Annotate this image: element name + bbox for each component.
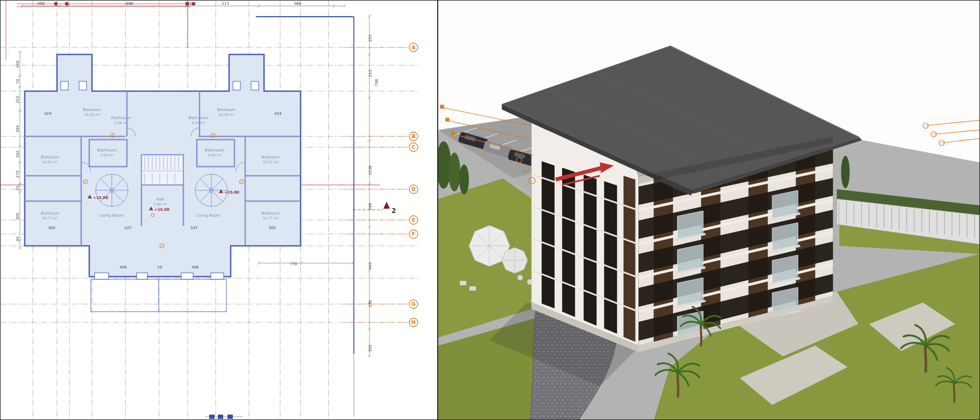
dimension-label: 203 <box>368 35 372 42</box>
dimension-label: 368 <box>294 2 301 6</box>
spiral-stair-left[interactable] <box>96 174 128 206</box>
grid-bubble-letter: F <box>412 231 415 237</box>
room-name: Bedroom <box>83 107 101 112</box>
grid-bubble-letter: D <box>411 187 415 192</box>
dimension-label: 55 <box>188 2 192 6</box>
room-area: 19.20 m² <box>218 113 234 117</box>
dimension-label: 305 <box>16 212 20 219</box>
dimension-label: 400 <box>191 265 198 270</box>
room-name: Bathroom <box>189 115 209 120</box>
elevation-value: +15.00 <box>154 208 169 212</box>
dimension-label: 424 <box>44 112 52 116</box>
room-area: 10.52 m² <box>263 160 279 164</box>
bottom-edge-markers <box>209 415 233 419</box>
room-name: Bedroom <box>261 155 280 160</box>
grid-bubble-G[interactable]: G <box>343 300 418 308</box>
dimension-label: 305 <box>268 226 275 230</box>
dimension-label: 232 <box>368 300 372 307</box>
dimension-label: 446 <box>16 60 20 67</box>
room-name: Bedroom <box>41 155 59 160</box>
room-name: Bedroom <box>217 107 236 112</box>
room-area: 7.48 m² <box>154 202 168 206</box>
dimension-label: 213 <box>222 2 229 6</box>
dimension-label: 305 <box>48 226 55 230</box>
dimension-label: 270 <box>16 170 20 177</box>
dimension-label: 527 <box>125 226 132 230</box>
grid-bubble-C[interactable]: C <box>343 143 418 152</box>
dimension-label: 796 <box>375 79 379 86</box>
grid-bubble-F[interactable]: F <box>343 230 418 238</box>
grid-bubble-E[interactable]: E <box>343 216 418 224</box>
dimension-label: 444 <box>368 262 372 270</box>
room-label[interactable]: Bedroom19.20 m² <box>217 107 236 117</box>
dimension-label: 213 <box>368 70 372 77</box>
dimension-label: 340 <box>16 150 20 157</box>
room-area: 10.77 m² <box>263 216 279 221</box>
terrace-outline[interactable] <box>91 279 226 312</box>
grid-bubble-H[interactable]: H <box>343 318 418 327</box>
spiral-stair-right[interactable] <box>195 174 227 206</box>
room-name: Hall <box>156 197 164 202</box>
render-3d-viewport[interactable] <box>438 1 979 419</box>
room-name: Bedroom <box>41 211 59 216</box>
room-name: Living Room <box>99 213 124 218</box>
room-area: 3.04 m² <box>208 153 222 157</box>
room-name: Living Room <box>196 213 220 218</box>
grid-bubble-letter: H <box>411 320 416 325</box>
room-name: Bathroom <box>97 148 117 153</box>
dimension-label: 537 <box>190 226 197 230</box>
room-name: Bathroom <box>111 115 131 120</box>
dimension-label: 70 <box>16 79 20 84</box>
grid-bubble-letter: C <box>412 144 416 150</box>
dimension-label: 20 <box>16 186 20 191</box>
grid-bubble-letter: A <box>412 45 416 50</box>
grid-bubble-letter: B <box>412 134 416 139</box>
dimension-label: 770 <box>290 262 297 266</box>
grid-bubble-B[interactable]: B <box>343 132 418 141</box>
dimension-label: 44 <box>16 236 20 241</box>
grid-bubble-letter: G <box>411 301 415 307</box>
room-area: 19.20 m² <box>84 113 100 117</box>
elevation-value: +15.00 <box>224 190 239 195</box>
room-label[interactable]: Bedroom10.77 m² <box>261 211 280 221</box>
room-label[interactable]: Bedroom19.20 m² <box>83 107 101 117</box>
stair-core[interactable] <box>141 155 183 185</box>
dimension-label: 186 <box>368 203 372 210</box>
dimension-label: 10 <box>157 265 162 270</box>
dimension-label: 400 <box>120 265 127 270</box>
room-label[interactable]: Living Room <box>99 213 124 218</box>
dimension-label: 209 <box>37 2 44 6</box>
room-label[interactable]: Bedroom10.52 m² <box>41 155 59 164</box>
cad-workspace: 2 20969855213368203796213103818644423235… <box>0 0 980 420</box>
room-area: 3.34 m² <box>191 121 205 125</box>
room-name: Bedroom <box>261 211 280 216</box>
dimension-label: 424 <box>274 112 282 116</box>
room-name: Bathroom <box>205 148 225 153</box>
grid-bubble-letter: E <box>412 217 415 223</box>
elevation-value: +15.00 <box>93 196 108 200</box>
room-area: 3.34 m² <box>114 121 128 125</box>
floor-plan-viewport[interactable]: 2 20969855213368203796213103818644423235… <box>1 1 437 419</box>
grid-bubble-A[interactable]: A <box>343 43 418 52</box>
room-area: 10.52 m² <box>42 160 58 164</box>
room-area: 3.04 m² <box>100 153 114 157</box>
room-label[interactable]: Bedroom10.77 m² <box>41 211 59 221</box>
dimension-label: 350 <box>368 345 372 352</box>
room-area: 10.77 m² <box>42 216 58 221</box>
section-marker-label: 2 <box>391 207 396 215</box>
dimension-label: 1038 <box>368 166 372 175</box>
dimension-label: 203 <box>16 96 20 103</box>
dimension-label: 698 <box>126 2 133 6</box>
room-label[interactable]: Living Room <box>196 213 220 218</box>
dimension-label: 394 <box>16 125 20 133</box>
room-label[interactable]: Bedroom10.52 m² <box>261 155 280 164</box>
section-marker[interactable]: 2 <box>383 202 396 215</box>
grid-bubble-D[interactable]: D <box>343 185 418 194</box>
